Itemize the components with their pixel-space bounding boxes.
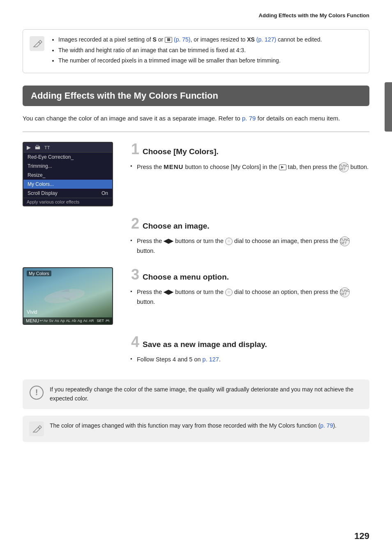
menu-screenshot: ▶ 🏔 TT Red-Eye Correction_ Trimming... R…	[23, 142, 113, 206]
step-2-bullets: Press the ◀▶ buttons or turn the ○ dial …	[131, 236, 369, 256]
svg-marker-3	[60, 289, 69, 292]
ab-icon: Ab	[71, 319, 76, 323]
step-3-number: 3	[131, 267, 139, 282]
menu-item-scroll[interactable]: Scroll DisplayOn	[23, 189, 112, 198]
step-1-title: Choose [My Colors].	[143, 147, 219, 156]
func-set-btn-3: FUNCSET	[340, 287, 350, 297]
ap-icon: Ap	[60, 319, 65, 323]
vivid-label: Vivid	[27, 309, 37, 315]
warning-icon: !	[29, 385, 44, 400]
side-tab	[385, 82, 392, 132]
step-1-content: 1 Choose [My Colors]. Press the MENU but…	[131, 142, 369, 174]
link-p127-top[interactable]: (p. 127)	[256, 36, 276, 43]
step-2-row: 2 Choose an image. Press the ◀▶ buttons …	[23, 216, 369, 257]
step-2-number: 2	[131, 216, 139, 231]
step-2-title: Choose an image.	[143, 222, 210, 231]
my-colors-label: My Colors	[27, 271, 51, 276]
step-3-bullets: Press the ◀▶ buttons or turn the ○ dial …	[131, 287, 369, 307]
step-3-row: My Colors Vivid MENU ↩	[23, 267, 369, 325]
menu-item-trimming[interactable]: Trimming...	[23, 162, 112, 171]
page-header: Adding Effects with the My Colors Functi…	[23, 12, 369, 21]
menu-hint: Apply various color effects	[23, 198, 112, 206]
section-intro: You can change the color of an image and…	[23, 113, 369, 123]
dial-icon-3: ○	[225, 289, 233, 296]
arrow-lr-2: ◀▶	[164, 238, 173, 244]
menu-items-list: Red-Eye Correction_ Trimming... Resize_ …	[23, 153, 112, 198]
section-title: Adding Effects with the My Colors Functi…	[23, 86, 369, 106]
bottom-note-box: The color of images changed with this fu…	[23, 416, 369, 442]
menu-item-resize[interactable]: Resize_	[23, 171, 112, 180]
play-icon: ▶	[279, 164, 286, 170]
menu-item-redeye[interactable]: Red-Eye Correction_	[23, 153, 112, 162]
page-container: Adding Effects with the My Colors Functi…	[0, 0, 392, 553]
step-4-title: Save as a new image and display.	[143, 340, 267, 349]
play-tab-icon: ▶	[27, 144, 31, 150]
step-4-num-title: 4 Save as a new image and display.	[131, 335, 369, 352]
menu-label-preview: MENU	[26, 318, 39, 323]
step-1-number: 1	[131, 142, 139, 157]
step-4-number: 4	[131, 335, 139, 349]
menu-btn-preview: MENU ↩	[26, 318, 43, 323]
step-1-row: ▶ 🏔 TT Red-Eye Correction_ Trimming... R…	[23, 142, 369, 206]
menu-item-mycolors[interactable]: My Colors...	[23, 180, 112, 189]
step-3-content: 3 Choose a menu option. Press the ◀▶ but…	[131, 267, 369, 308]
camera-bottom-bar: MENU ↩ Av Sv As Ap AL Ab Ag Ac AR	[23, 317, 112, 324]
func-set-btn-2: FUNCSET	[340, 236, 350, 246]
step-2-num-title: 2 Choose an image.	[131, 216, 369, 234]
av-icon: Av	[44, 319, 48, 323]
step-2-content: 2 Choose an image. Press the ◀▶ buttons …	[131, 216, 369, 257]
step-3-title: Choose a menu option.	[143, 273, 229, 282]
intro-link-p79[interactable]: p. 79	[242, 115, 256, 122]
camera-icons-row: Av Sv As Ap AL Ab Ag Ac AR SET 🎮	[44, 319, 110, 323]
top-note-content: Images recorded at a pixel setting of S …	[50, 35, 322, 67]
page-number: 129	[354, 531, 369, 541]
bottom-pencil-icon	[29, 421, 44, 436]
menu-top-bar: ▶ 🏔 TT	[23, 143, 112, 153]
step-3-num-title: 3 Choose a menu option.	[131, 267, 369, 285]
ar-icon: AR	[89, 319, 94, 323]
steps-area: ▶ 🏔 TT Red-Eye Correction_ Trimming... R…	[23, 142, 369, 375]
as-icon: As	[55, 319, 59, 323]
top-note-box: Images recorded at a pixel setting of S …	[23, 29, 369, 73]
divider	[23, 132, 369, 132]
ag-icon: Ag	[77, 319, 82, 323]
tt-icon: TT	[44, 145, 50, 150]
link-p75[interactable]: (p. 75)	[174, 36, 190, 43]
arrow-lr-3: ◀▶	[164, 289, 173, 295]
step-1-screenshot: ▶ 🏔 TT Red-Eye Correction_ Trimming... R…	[23, 142, 121, 206]
bottom-note-text: The color of images changed with this fu…	[50, 421, 337, 430]
func-set-btn-1: FUNCSET	[339, 162, 349, 172]
step-4-content: 4 Save as a new image and display. Follo…	[131, 335, 369, 366]
warning-box: ! If you repeatedly change the color of …	[23, 379, 369, 409]
set-icon-preview: 🎮	[105, 319, 110, 323]
camera-preview: My Colors Vivid MENU ↩	[23, 267, 113, 325]
sv-icon: Sv	[49, 319, 53, 323]
step-3-screenshot: My Colors Vivid MENU ↩	[23, 267, 121, 325]
dial-icon-2: ○	[225, 238, 233, 245]
pencil-icon	[30, 36, 44, 51]
ac-icon: Ac	[83, 319, 88, 323]
al-icon: AL	[66, 319, 70, 323]
link-p79-bottom[interactable]: p. 79	[320, 422, 333, 429]
menu-arrow-preview: ↩	[40, 318, 43, 323]
link-p127-step4[interactable]: p. 127	[203, 356, 219, 363]
header-title: Adding Effects with the My Colors Functi…	[259, 12, 369, 19]
svg-text:!: !	[35, 388, 38, 397]
step-4-bullets: Follow Steps 4 and 5 on p. 127.	[131, 355, 369, 364]
step-1-bullets: Press the MENU button to choose [My Colo…	[131, 162, 369, 172]
set-label-preview: SET	[97, 319, 104, 323]
step-4-row: 4 Save as a new image and display. Follo…	[23, 335, 369, 366]
mountain-icon: 🏔	[35, 144, 40, 150]
warning-text: If you repeatedly change the color of th…	[50, 385, 363, 403]
step-1-num-title: 1 Choose [My Colors].	[131, 142, 369, 160]
plane-svg	[40, 280, 89, 309]
